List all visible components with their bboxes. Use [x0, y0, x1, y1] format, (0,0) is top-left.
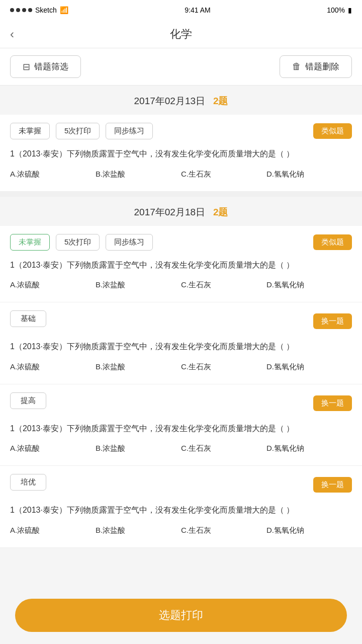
tag-row-2-3: 提高 换一题 — [10, 392, 352, 414]
swap-button-2-3[interactable]: 换一题 — [313, 395, 352, 411]
back-button[interactable]: ‹ — [10, 27, 14, 41]
option-b-2-2: B.浓盐酸 — [96, 360, 181, 374]
question-card-2-1: 未掌握 5次打印 同步练习 类似题 1（2013·泰安）下列物质露置于空气中，没… — [0, 226, 362, 303]
question-card-2-2: 基础 换一题 1（2013·泰安）下列物质露置于空气中，没有发生化学变化而质量增… — [0, 302, 362, 384]
delete-label: 错题删除 — [305, 61, 339, 72]
option-c-2-1: C.生石灰 — [181, 278, 266, 292]
option-c-2-4: C.生石灰 — [181, 524, 266, 537]
bottom-bar: 选题打印 — [0, 591, 362, 644]
option-c-2-2: C.生石灰 — [181, 360, 266, 374]
toolbar: ⊟ 错题筛选 🗑 错题删除 — [0, 48, 362, 86]
date-text-2: 2017年02月18日 — [134, 207, 206, 217]
filter-label: 错题筛选 — [34, 61, 68, 72]
question-text-2-2: 1（2013·泰安）下列物质露置于空气中，没有发生化学变化而质量增大的是（ ） — [10, 340, 352, 353]
wifi-icon: 📶 — [60, 6, 68, 14]
option-a-2-4: A.浓硫酸 — [10, 524, 96, 537]
status-bar: Sketch 📶 9:41 AM 100% ▮ — [0, 0, 362, 20]
sub-tag-basic: 基础 — [10, 310, 46, 327]
tag-unmastered-2-1[interactable]: 未掌握 — [10, 234, 50, 251]
options-row-2-2: A.浓硫酸 B.浓盐酸 C.生石灰 D.氢氧化钠 — [10, 360, 352, 374]
print-button[interactable]: 选题打印 — [15, 599, 347, 632]
options-row-2-1: A.浓硫酸 B.浓盐酸 C.生石灰 D.氢氧化钠 — [10, 278, 352, 292]
option-d-2-1: D.氢氧化钠 — [266, 278, 352, 292]
app-name: Sketch — [35, 6, 57, 14]
header: ‹ 化学 — [0, 20, 362, 48]
page-title: 化学 — [170, 27, 192, 42]
question-text-2-3: 1（2013·泰安）下列物质露置于空气中，没有发生化学变化而质量增大的是（ ） — [10, 422, 352, 435]
question-card-1-1: 未掌握 5次打印 同步练习 类似题 1（2013·泰安）下列物质露置于空气中，没… — [0, 115, 362, 192]
sub-tag-elite: 培优 — [10, 474, 46, 491]
question-card-2-4: 培优 换一题 1（2013·泰安）下列物质露置于空气中，没有发生化学变化而质量增… — [0, 466, 362, 548]
similar-button-1-1[interactable]: 类似题 — [313, 123, 352, 139]
filter-icon: ⊟ — [23, 61, 30, 72]
swap-button-2-2[interactable]: 换一题 — [313, 313, 352, 329]
option-c-1-1: C.生石灰 — [181, 168, 266, 181]
option-b-2-1: B.浓盐酸 — [96, 278, 181, 292]
options-row-2-3: A.浓硫酸 B.浓盐酸 C.生石灰 D.氢氧化钠 — [10, 442, 352, 455]
count-1: 2题 — [213, 96, 228, 106]
tag-sync-1-1[interactable]: 同步练习 — [106, 123, 153, 139]
option-a-2-2: A.浓硫酸 — [10, 360, 96, 374]
option-b-1-1: B.浓盐酸 — [96, 168, 181, 181]
battery-label: 100% — [327, 6, 345, 14]
delete-icon: 🗑 — [292, 61, 301, 72]
tag-sync-2-1[interactable]: 同步练习 — [106, 234, 153, 251]
option-d-2-4: D.氢氧化钠 — [266, 524, 352, 537]
similar-button-2-1[interactable]: 类似题 — [313, 234, 352, 250]
swap-button-2-4[interactable]: 换一题 — [313, 477, 352, 493]
delete-button[interactable]: 🗑 错题删除 — [280, 55, 352, 78]
question-text-2-1: 1（2013·泰安）下列物质露置于空气中，没有发生化学变化而质量增大的是（ ） — [10, 259, 352, 272]
status-time: 9:41 AM — [185, 6, 210, 14]
date-header-1: 2017年02月13日 2题 — [0, 86, 362, 115]
tag-row-2-4: 培优 换一题 — [10, 474, 352, 496]
status-left: Sketch 📶 — [10, 6, 68, 14]
question-card-2-3: 提高 换一题 1（2013·泰安）下列物质露置于空气中，没有发生化学变化而质量增… — [0, 384, 362, 466]
option-a-1-1: A.浓硫酸 — [10, 168, 96, 181]
option-d-2-2: D.氢氧化钠 — [266, 360, 352, 374]
date-header-2: 2017年02月18日 2题 — [0, 197, 362, 226]
scroll-content: 2017年02月13日 2题 未掌握 5次打印 同步练习 类似题 1（2013·… — [0, 86, 362, 608]
question-text-1-1: 1（2013·泰安）下列物质露置于空气中，没有发生化学变化而质量增大的是（ ） — [10, 147, 352, 160]
sub-tag-advanced: 提高 — [10, 392, 46, 409]
tag-unmastered-1-1[interactable]: 未掌握 — [10, 123, 50, 139]
option-b-2-3: B.浓盐酸 — [96, 442, 181, 455]
option-a-2-3: A.浓硫酸 — [10, 442, 96, 455]
tag-row-2-1: 未掌握 5次打印 同步练习 类似题 — [10, 234, 352, 251]
tag-print-1-1[interactable]: 5次打印 — [56, 123, 100, 139]
options-row-1-1: A.浓硫酸 B.浓盐酸 C.生石灰 D.氢氧化钠 — [10, 168, 352, 181]
signal-dots — [10, 8, 32, 12]
filter-button[interactable]: ⊟ 错题筛选 — [10, 55, 81, 78]
status-right: 100% ▮ — [327, 6, 352, 14]
option-c-2-3: C.生石灰 — [181, 442, 266, 455]
battery-icon: ▮ — [348, 6, 352, 14]
options-row-2-4: A.浓硫酸 B.浓盐酸 C.生石灰 D.氢氧化钠 — [10, 524, 352, 537]
tag-print-2-1[interactable]: 5次打印 — [56, 234, 100, 251]
section-divider-1 — [0, 192, 362, 197]
date-text-1: 2017年02月13日 — [134, 96, 206, 106]
option-d-2-3: D.氢氧化钠 — [266, 442, 352, 455]
tag-row-1-1: 未掌握 5次打印 同步练习 类似题 — [10, 123, 352, 139]
option-d-1-1: D.氢氧化钠 — [266, 168, 352, 181]
question-text-2-4: 1（2013·泰安）下列物质露置于空气中，没有发生化学变化而质量增大的是（ ） — [10, 504, 352, 517]
count-2: 2题 — [213, 207, 228, 217]
option-b-2-4: B.浓盐酸 — [96, 524, 181, 537]
option-a-2-1: A.浓硫酸 — [10, 278, 96, 292]
tag-row-2-2: 基础 换一题 — [10, 310, 352, 332]
